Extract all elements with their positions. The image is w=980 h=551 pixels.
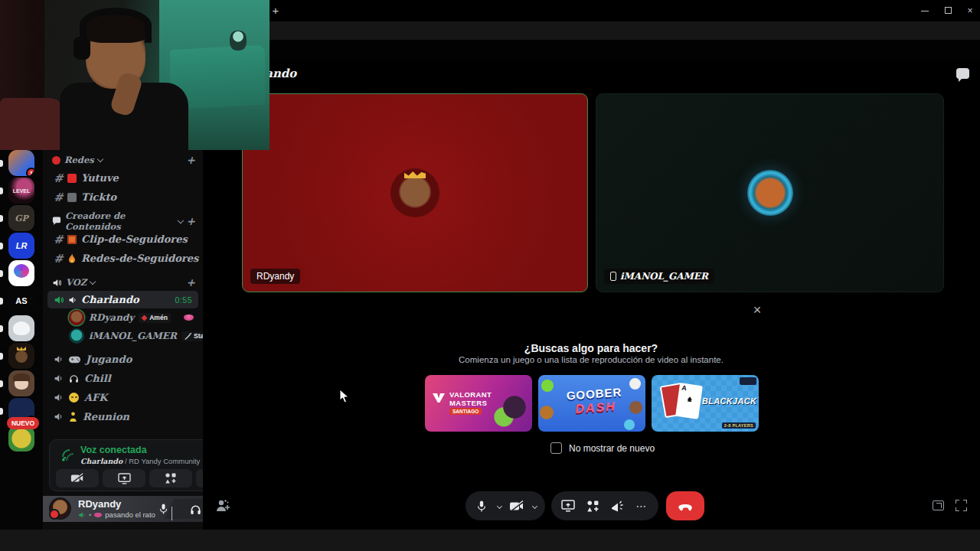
hash-icon: # <box>54 171 63 185</box>
channel-yutuve[interactable]: # Yutuve <box>43 168 203 187</box>
server-icon-ars-store[interactable]: AS <box>8 288 34 314</box>
unread-notch <box>0 187 3 194</box>
activities-button[interactable] <box>585 498 600 514</box>
mic-toggle-button[interactable] <box>156 502 170 516</box>
unread-notch <box>0 298 3 305</box>
video-tile-imanol[interactable]: iMANOL_GAMER <box>596 93 944 292</box>
nuevo-badge: NUEVO <box>7 417 39 429</box>
mic-options-chevron[interactable] <box>497 503 502 508</box>
video-tile-rdyandy[interactable]: RDyandy <box>242 93 588 292</box>
activity-card-goober-dash[interactable]: GOOBER DASH <box>538 375 645 432</box>
server-icon-anime-avatar[interactable] <box>8 370 34 396</box>
category-voz[interactable]: VOZ + <box>43 274 203 291</box>
speaker-icon <box>54 412 64 422</box>
person-emoji-icon <box>69 412 77 422</box>
voice-status[interactable]: Voz conectada <box>80 445 147 455</box>
open-chat-icon[interactable] <box>956 68 969 79</box>
activity-card-blackjack[interactable]: BLACKJACK 2-8 PLAYERS <box>652 375 759 432</box>
channel-clip-de-seguidores[interactable]: # Clip-de-Seguidores <box>43 230 203 249</box>
youtube-emoji-icon <box>67 174 77 183</box>
unread-notch <box>0 353 3 360</box>
voice-timer: 0:55 <box>175 295 192 305</box>
screen-share-button[interactable] <box>103 469 145 487</box>
voice-location[interactable]: Charlando / RD Yandy Community <box>80 457 200 465</box>
camera-button[interactable] <box>56 469 99 487</box>
mic-camera-control-group <box>466 491 545 520</box>
activity-card-valorant[interactable]: VALORANT MASTERS SANTIAGO <box>425 375 532 432</box>
camera-button[interactable] <box>509 498 524 514</box>
voice-signal-icon <box>59 446 77 465</box>
channel-redes-de-seguidores[interactable]: # Redes-de-Seguidores <box>43 249 203 268</box>
unread-notch <box>0 270 3 277</box>
window-close-button[interactable]: × <box>963 4 977 18</box>
screen-share-button[interactable] <box>560 498 576 514</box>
webcam-plant <box>230 31 247 51</box>
unread-notch <box>0 160 3 167</box>
activities-icon <box>165 472 177 484</box>
server-icon-gp[interactable]: GP <box>8 205 34 231</box>
voice-member-imanol[interactable]: iMANOL_GAMER Staff <box>43 327 203 345</box>
server-icon-lr[interactable]: LR <box>8 233 34 259</box>
mic-options-chevron[interactable] <box>172 507 172 520</box>
window-maximize-button[interactable] <box>945 7 952 14</box>
webcam-headphones <box>80 8 152 43</box>
unread-notch <box>0 243 3 249</box>
activities-button[interactable] <box>149 469 192 487</box>
camera-off-icon <box>70 473 84 484</box>
card-art <box>540 406 554 419</box>
create-voice-channel-button[interactable]: + <box>186 276 195 289</box>
speaker-icon <box>52 278 62 288</box>
headphones-emoji-icon <box>69 373 79 383</box>
speaker-mini-icon <box>78 511 86 519</box>
deafen-toggle-button[interactable] <box>188 502 202 516</box>
hash-icon: # <box>54 252 63 266</box>
user-avatar[interactable] <box>49 497 71 520</box>
share-activity-control-group: ⋯ <box>551 491 658 520</box>
chevron-down-icon <box>177 217 183 223</box>
speaker-icon <box>54 354 64 364</box>
mic-button[interactable] <box>474 498 489 514</box>
server-icon-synthcode[interactable] <box>8 260 34 286</box>
popout-icon[interactable] <box>933 500 944 510</box>
channel-tickto[interactable]: # Tickto <box>43 187 203 207</box>
voice-channel-afk[interactable]: AFK <box>43 388 203 407</box>
user-name[interactable]: RDyandy <box>78 498 121 510</box>
voice-channel-reunion[interactable]: Reunion <box>43 407 203 426</box>
close-activity-shelf-button[interactable]: × <box>750 303 764 317</box>
unread-notch <box>0 325 3 332</box>
category-redes[interactable]: Redes + <box>43 152 203 168</box>
activity-shelf-subtitle: Comienza un juego o una lista de reprodu… <box>400 355 782 364</box>
activity-shelf-title: ¿Buscas algo para hacer? <box>400 342 782 354</box>
server-icon-level[interactable]: LEVEL <box>8 178 34 204</box>
server-icon-partial[interactable] <box>8 425 34 452</box>
lips-status-icon <box>94 513 102 517</box>
dont-show-again-row[interactable]: No mostrar de nuevo <box>550 442 655 454</box>
soundboard-button[interactable] <box>609 498 625 514</box>
server-icon-crown-avatar[interactable] <box>8 343 34 369</box>
leave-call-button[interactable] <box>666 491 704 520</box>
voice-channel-jugando[interactable]: Jugando <box>43 350 203 369</box>
voice-member-rdyandy[interactable]: RDyandy Amén <box>43 308 203 327</box>
tile-nametag: iMANOL_GAMER <box>604 269 714 284</box>
category-creadores[interactable]: Creadore de Contenidos + <box>43 213 203 230</box>
speaker-icon <box>54 393 64 403</box>
redes-category-icon <box>52 156 60 165</box>
lips-reaction-icon <box>184 315 194 321</box>
flame-emoji-icon <box>67 253 77 264</box>
hangup-phone-icon <box>677 500 694 512</box>
invite-to-voice-icon[interactable] <box>215 499 230 513</box>
dont-show-again-checkbox[interactable] <box>550 442 562 454</box>
playing-card-ace <box>675 383 703 419</box>
fullscreen-icon[interactable] <box>956 500 967 511</box>
add-channel-button[interactable]: + <box>186 154 195 166</box>
tiktok-emoji-icon <box>67 193 77 202</box>
window-minimize-button[interactable] <box>921 11 929 11</box>
camera-options-chevron[interactable] <box>532 503 537 508</box>
server-icon-dog-avatar[interactable] <box>8 315 34 341</box>
new-tab-button[interactable]: + <box>270 5 282 17</box>
add-channel-button[interactable]: + <box>186 215 195 227</box>
voice-channel-charlando[interactable]: Charlando 0:55 <box>47 291 198 308</box>
more-options-button[interactable]: ⋯ <box>634 498 649 514</box>
voice-channel-chill[interactable]: Chill <box>43 369 203 388</box>
server-icon-game[interactable]: 1 <box>8 150 34 176</box>
